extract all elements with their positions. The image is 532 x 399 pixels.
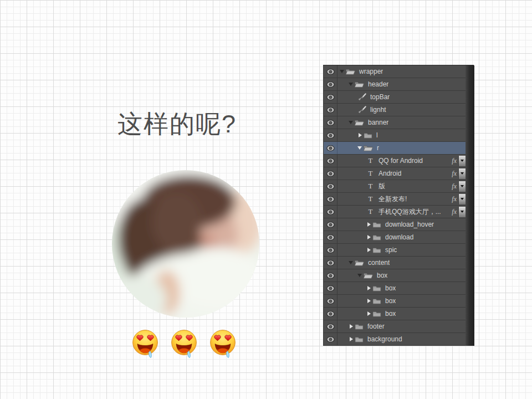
layer-name: QQ for Android: [378, 157, 423, 165]
layers-panel: wrapperheadertopBarlignhtbannerlrTQQ for…: [323, 65, 474, 346]
layer-row-box[interactable]: box: [324, 269, 466, 282]
layer-row-body[interactable]: background: [337, 333, 466, 345]
layer-row-banner[interactable]: banner: [324, 116, 466, 129]
fx-dropdown-button[interactable]: [458, 194, 466, 204]
fx-dropdown-button[interactable]: [458, 207, 466, 217]
layer-row-header[interactable]: header: [324, 78, 466, 91]
layer-row--qq-[interactable]: T手机QQ游戏大厅，...fx: [324, 206, 466, 218]
layer-row-body[interactable]: banner: [337, 116, 466, 129]
layer-row-body[interactable]: T全新发布!fx: [337, 193, 466, 205]
expand-triangle-icon[interactable]: [367, 248, 371, 252]
folder-closed-icon: [372, 222, 381, 228]
fx-dropdown-button[interactable]: [458, 181, 466, 192]
layer-row--[interactable]: T版fx: [324, 180, 466, 193]
expand-triangle-icon[interactable]: [367, 299, 371, 303]
layer-row-box[interactable]: box: [324, 282, 466, 295]
layer-row-box[interactable]: box: [324, 308, 466, 320]
eye-icon: [326, 94, 335, 100]
layer-row-background[interactable]: background: [324, 333, 466, 346]
layer-row-body[interactable]: T版fx: [337, 180, 466, 192]
visibility-toggle[interactable]: [324, 78, 337, 90]
visibility-toggle[interactable]: [324, 282, 337, 294]
layer-row-download[interactable]: download: [324, 231, 466, 244]
collapse-triangle-icon[interactable]: [349, 83, 353, 86]
visibility-toggle[interactable]: [324, 142, 337, 154]
layer-row-r[interactable]: r: [324, 142, 466, 155]
fx-badge: fx: [452, 208, 457, 216]
collapse-triangle-icon[interactable]: [349, 121, 353, 124]
visibility-toggle[interactable]: [324, 320, 337, 332]
layer-row-body[interactable]: topBar: [337, 91, 466, 103]
fx-dropdown-button[interactable]: [458, 168, 466, 179]
layer-row-body[interactable]: download: [337, 231, 466, 243]
layer-row-body[interactable]: box: [337, 295, 466, 307]
visibility-toggle[interactable]: [324, 167, 337, 180]
collapse-triangle-icon[interactable]: [357, 274, 362, 277]
collapse-triangle-icon[interactable]: [357, 146, 362, 150]
visibility-toggle[interactable]: [324, 244, 337, 256]
layer-row-body[interactable]: T手机QQ游戏大厅，...fx: [337, 206, 466, 218]
panel-scrollbar-track[interactable]: [466, 65, 474, 346]
folder-closed-icon: [372, 247, 381, 253]
collapse-triangle-icon[interactable]: [340, 70, 344, 73]
visibility-toggle[interactable]: [324, 308, 337, 320]
layer-row-download_hover[interactable]: download_hover: [324, 218, 466, 231]
visibility-toggle[interactable]: [324, 91, 337, 103]
visibility-toggle[interactable]: [324, 257, 337, 269]
layer-row-body[interactable]: l: [337, 129, 466, 141]
visibility-toggle[interactable]: [324, 180, 337, 192]
visibility-toggle[interactable]: [324, 193, 337, 205]
expand-triangle-icon[interactable]: [367, 222, 371, 227]
layer-row-body[interactable]: box: [337, 282, 466, 294]
layer-row-body[interactable]: box: [337, 308, 466, 320]
visibility-toggle[interactable]: [324, 116, 337, 129]
layer-row-content[interactable]: content: [324, 257, 466, 269]
layer-row-wrapper[interactable]: wrapper: [324, 65, 466, 78]
profile-photo: [111, 170, 260, 318]
visibility-toggle[interactable]: [324, 269, 337, 282]
expand-triangle-icon[interactable]: [350, 337, 353, 341]
layer-name: download_hover: [385, 221, 434, 228]
visibility-toggle[interactable]: [324, 333, 337, 345]
layer-row--[interactable]: T全新发布!fx: [324, 193, 466, 206]
layer-row-topbar[interactable]: topBar: [324, 91, 466, 104]
visibility-toggle[interactable]: [324, 129, 337, 141]
layer-row-qq-for-android[interactable]: TQQ for Androidfx: [324, 155, 466, 167]
layer-row-body[interactable]: TAndroidfx: [337, 167, 466, 180]
eye-icon: [326, 247, 335, 253]
expand-triangle-icon[interactable]: [350, 324, 353, 329]
layer-row-lignht[interactable]: lignht: [324, 104, 466, 116]
visibility-toggle[interactable]: [324, 155, 337, 167]
layer-row-body[interactable]: download_hover: [337, 218, 466, 231]
expand-triangle-icon[interactable]: [367, 235, 371, 239]
visibility-toggle[interactable]: [324, 104, 337, 116]
layer-row-body[interactable]: header: [337, 78, 466, 90]
visibility-toggle[interactable]: [324, 65, 337, 78]
layer-row-body[interactable]: TQQ for Androidfx: [337, 155, 466, 167]
visibility-toggle[interactable]: [324, 218, 337, 231]
visibility-toggle[interactable]: [324, 295, 337, 307]
layer-row-spic[interactable]: spic: [324, 244, 466, 257]
visibility-toggle[interactable]: [324, 231, 337, 243]
layer-row-body[interactable]: wrapper: [337, 65, 466, 78]
fx-dropdown-button[interactable]: [458, 156, 466, 166]
layer-row-body[interactable]: box: [337, 269, 466, 282]
layer-row-box[interactable]: box: [324, 295, 466, 308]
layer-row-body[interactable]: lignht: [337, 104, 466, 116]
expand-triangle-icon[interactable]: [367, 311, 371, 316]
expand-triangle-icon[interactable]: [367, 286, 371, 290]
expand-triangle-icon[interactable]: [359, 133, 362, 137]
visibility-toggle[interactable]: [324, 206, 337, 218]
layer-row-body[interactable]: spic: [337, 244, 466, 256]
layer-row-body[interactable]: content: [337, 257, 466, 269]
heart-eyes-drool-emoji-icon: [171, 329, 197, 360]
layer-name: box: [385, 297, 396, 305]
layer-row-android[interactable]: TAndroidfx: [324, 167, 466, 180]
layer-row-body[interactable]: footer: [337, 320, 466, 332]
layer-row-body[interactable]: r: [337, 142, 466, 154]
layer-row-footer[interactable]: footer: [324, 320, 466, 333]
collapse-triangle-icon[interactable]: [349, 261, 353, 264]
fx-badge: fx: [452, 182, 457, 191]
layer-row-l[interactable]: l: [324, 129, 466, 142]
folder-open-icon: [354, 259, 364, 266]
